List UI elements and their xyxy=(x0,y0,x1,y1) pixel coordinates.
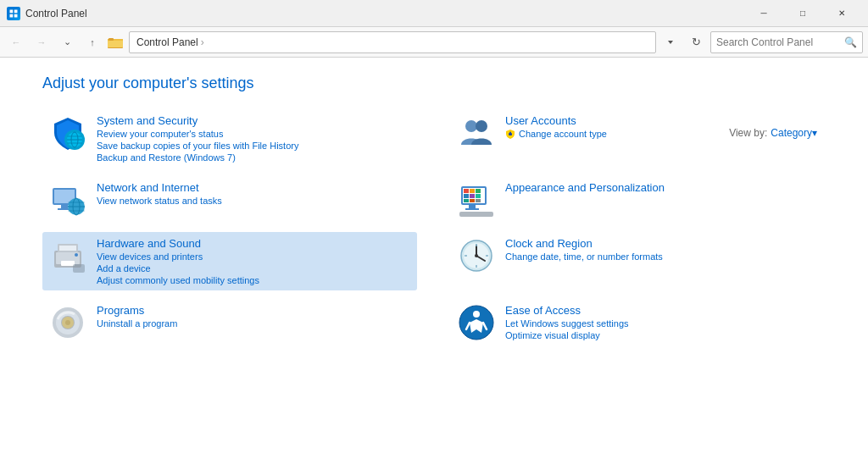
clock-text: Clock and Region Change date, time, or n… xyxy=(505,237,663,262)
system-security-icon xyxy=(49,114,86,152)
up-button[interactable]: ↑ xyxy=(81,31,103,53)
hardware-title[interactable]: Hardware and Sound xyxy=(97,237,259,250)
svg-rect-7 xyxy=(108,38,114,41)
minimize-button[interactable]: ─ xyxy=(744,0,783,27)
svg-marker-8 xyxy=(668,41,673,44)
view-by-control: View by: Category▾ xyxy=(729,127,817,139)
network-text: Network and Internet View network status… xyxy=(97,181,222,206)
window-controls: ─ □ ✕ xyxy=(744,0,861,27)
panel-ease-of-access[interactable]: Ease of Access Let Windows suggest setti… xyxy=(451,299,826,346)
title-bar: Control Panel ─ □ ✕ xyxy=(0,0,868,27)
refresh-button[interactable]: ↻ xyxy=(685,31,707,53)
svg-rect-46 xyxy=(61,261,75,266)
search-submit-button[interactable]: 🔍 xyxy=(844,36,857,48)
ease-link-2[interactable]: Optimize visual display xyxy=(505,330,629,340)
svg-rect-48 xyxy=(73,264,85,273)
main-content: Adjust your computer's settings xyxy=(0,58,868,363)
hardware-text: Hardware and Sound View devices and prin… xyxy=(97,237,259,285)
svg-rect-2 xyxy=(10,14,14,17)
back-button[interactable]: ← xyxy=(5,31,27,53)
svg-rect-0 xyxy=(10,9,14,13)
app-icon xyxy=(7,7,20,20)
panels-grid: System and Security Review your computer… xyxy=(42,109,826,346)
panel-programs[interactable]: Programs Uninstall a program xyxy=(42,299,417,346)
page-title: Adjust your computer's settings xyxy=(42,75,826,92)
panel-network[interactable]: Network and Internet View network status… xyxy=(42,176,417,224)
ease-of-access-icon xyxy=(458,304,495,341)
address-path[interactable]: Control Panel › xyxy=(129,31,656,53)
network-link-1[interactable]: View network status and tasks xyxy=(97,196,222,206)
svg-rect-21 xyxy=(61,205,68,208)
folder-icon xyxy=(107,34,124,51)
svg-rect-41 xyxy=(459,212,493,217)
network-icon xyxy=(49,181,86,218)
panel-system-security[interactable]: System and Security Review your computer… xyxy=(42,109,417,168)
ease-of-access-text: Ease of Access Let Windows suggest setti… xyxy=(505,304,629,340)
hardware-link-2[interactable]: Add a device xyxy=(97,263,259,273)
dropdown-arrow-btn[interactable] xyxy=(659,31,682,53)
appearance-title[interactable]: Appearance and Personalization xyxy=(505,181,665,194)
panel-clock[interactable]: Clock and Region Change date, time, or n… xyxy=(451,232,826,290)
hardware-link-1[interactable]: View devices and printers xyxy=(97,251,259,262)
user-accounts-title[interactable]: User Accounts xyxy=(505,114,607,127)
svg-point-15 xyxy=(465,120,477,132)
system-security-title[interactable]: System and Security xyxy=(97,114,298,127)
maximize-button[interactable]: □ xyxy=(783,0,822,27)
svg-point-18 xyxy=(509,132,511,134)
svg-rect-6 xyxy=(108,41,123,47)
svg-point-16 xyxy=(476,120,487,132)
user-accounts-text: User Accounts Change account type xyxy=(505,114,607,139)
svg-rect-37 xyxy=(470,199,475,202)
programs-title[interactable]: Programs xyxy=(97,304,177,317)
content-area: View by: Category▾ Adjust your computer'… xyxy=(0,58,868,363)
programs-icon xyxy=(49,304,86,341)
appearance-icon xyxy=(458,181,495,218)
hardware-icon xyxy=(49,237,86,274)
clock-icon xyxy=(458,237,495,274)
svg-rect-1 xyxy=(14,9,18,13)
view-by-label: View by: xyxy=(729,127,767,139)
network-title[interactable]: Network and Internet xyxy=(97,181,222,194)
svg-rect-38 xyxy=(476,199,481,202)
svg-rect-35 xyxy=(476,194,481,198)
svg-point-47 xyxy=(75,253,78,257)
svg-rect-45 xyxy=(59,246,76,251)
svg-rect-32 xyxy=(476,189,481,193)
window-title: Control Panel xyxy=(25,8,744,19)
path-control-panel: Control Panel xyxy=(136,36,198,48)
ease-link-1[interactable]: Let Windows suggest settings xyxy=(505,318,629,329)
clock-link-1[interactable]: Change date, time, or number formats xyxy=(505,251,663,262)
system-link-3[interactable]: Backup and Restore (Windows 7) xyxy=(97,152,298,163)
svg-rect-36 xyxy=(464,199,469,202)
search-input[interactable] xyxy=(716,36,844,48)
panel-appearance[interactable]: Appearance and Personalization xyxy=(451,176,826,224)
system-security-text: System and Security Review your computer… xyxy=(97,114,298,163)
user-accounts-icon xyxy=(458,114,495,152)
view-by-value[interactable]: Category▾ xyxy=(771,127,817,139)
clock-title[interactable]: Clock and Region xyxy=(505,237,663,250)
search-box[interactable]: 🔍 xyxy=(710,31,863,53)
forward-button[interactable]: → xyxy=(31,31,53,53)
svg-point-66 xyxy=(473,311,480,318)
svg-rect-40 xyxy=(465,208,479,210)
svg-rect-33 xyxy=(464,194,469,198)
svg-rect-3 xyxy=(14,14,18,17)
svg-rect-34 xyxy=(470,194,475,198)
system-link-2[interactable]: Save backup copies of your files with Fi… xyxy=(97,141,298,151)
svg-rect-31 xyxy=(470,189,475,193)
svg-rect-39 xyxy=(469,205,476,208)
panel-hardware[interactable]: Hardware and Sound View devices and prin… xyxy=(42,232,417,290)
close-button[interactable]: ✕ xyxy=(822,0,861,27)
programs-text: Programs Uninstall a program xyxy=(97,304,177,329)
address-bar: ← → ⌄ ↑ Control Panel › ↻ 🔍 xyxy=(0,27,868,58)
hardware-link-3[interactable]: Adjust commonly used mobility settings xyxy=(97,275,259,285)
down-button[interactable]: ⌄ xyxy=(56,31,78,53)
system-link-1[interactable]: Review your computer's status xyxy=(97,129,298,139)
svg-point-63 xyxy=(62,317,74,329)
programs-link-1[interactable]: Uninstall a program xyxy=(97,318,177,329)
user-link-1[interactable]: Change account type xyxy=(505,129,607,139)
appearance-text: Appearance and Personalization xyxy=(505,181,665,194)
ease-of-access-title[interactable]: Ease of Access xyxy=(505,304,629,317)
svg-point-54 xyxy=(475,254,478,257)
svg-rect-30 xyxy=(464,189,469,193)
